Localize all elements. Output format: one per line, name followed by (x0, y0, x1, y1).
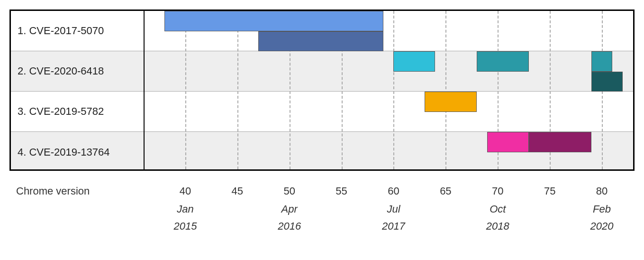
row-label: 1. CVE-2017-5070 (11, 11, 144, 51)
x-axis: Chrome version 40Jan20154550Apr20165560J… (9, 185, 635, 242)
range-bar (487, 132, 529, 152)
range-bar (258, 31, 383, 52)
x-tick: 60Jul2017 (382, 185, 405, 232)
gridline (393, 11, 394, 169)
chart-plot-area: 1. CVE-2017-50702. CVE-2020-64183. CVE-2… (9, 9, 635, 171)
tick-year: 2015 (173, 220, 197, 232)
tick-month: Feb (590, 203, 614, 215)
range-bar (393, 51, 435, 72)
chart-row: 3. CVE-2019-5782 (11, 92, 633, 132)
x-tick: 80Feb2020 (590, 185, 614, 232)
row-plot-area (144, 11, 633, 51)
tick-month: Jul (382, 203, 405, 215)
tick-number: 45 (232, 185, 243, 197)
row-plot-area (144, 132, 633, 171)
tick-number: 80 (590, 185, 614, 197)
row-label: 3. CVE-2019-5782 (11, 92, 144, 131)
gridline (237, 11, 238, 169)
x-tick: 55 (336, 185, 347, 197)
tick-number: 50 (278, 185, 301, 197)
row-label: 4. CVE-2019-13764 (11, 132, 144, 171)
x-tick: 65 (440, 185, 451, 197)
tick-year: 2017 (382, 220, 405, 232)
x-tick: 50Apr2016 (278, 185, 301, 232)
chart-row: 4. CVE-2019-13764 (11, 132, 633, 171)
tick-month: Oct (486, 203, 509, 215)
tick-year: 2020 (590, 220, 614, 232)
x-tick: 40Jan2015 (173, 185, 197, 232)
range-bar (591, 51, 612, 72)
gantt-chart: 1. CVE-2017-50702. CVE-2020-64183. CVE-2… (9, 9, 635, 242)
range-bar (529, 132, 591, 152)
tick-year: 2018 (486, 220, 509, 232)
tick-number: 60 (382, 185, 405, 197)
row-plot-area (144, 92, 633, 131)
gridline (185, 11, 186, 169)
tick-number: 65 (440, 185, 451, 197)
x-axis-label: Chrome version (16, 185, 90, 197)
row-label: 2. CVE-2020-6418 (11, 51, 144, 91)
tick-number: 70 (486, 185, 509, 197)
range-bar (591, 72, 623, 92)
x-tick: 75 (544, 185, 555, 197)
range-bar (477, 51, 529, 72)
tick-month: Apr (278, 203, 301, 215)
tick-number: 55 (336, 185, 347, 197)
row-plot-area (144, 51, 633, 91)
tick-month: Jan (173, 203, 197, 215)
chart-row: 1. CVE-2017-5070 (11, 11, 633, 51)
tick-number: 40 (173, 185, 197, 197)
range-bar (164, 11, 383, 31)
chart-row: 2. CVE-2020-6418 (11, 51, 633, 92)
label-plot-divider (144, 11, 145, 169)
x-tick: 45 (232, 185, 243, 197)
range-bar (425, 92, 477, 112)
gridline (445, 11, 446, 169)
tick-number: 75 (544, 185, 555, 197)
tick-year: 2016 (278, 220, 301, 232)
x-tick: 70Oct2018 (486, 185, 509, 232)
